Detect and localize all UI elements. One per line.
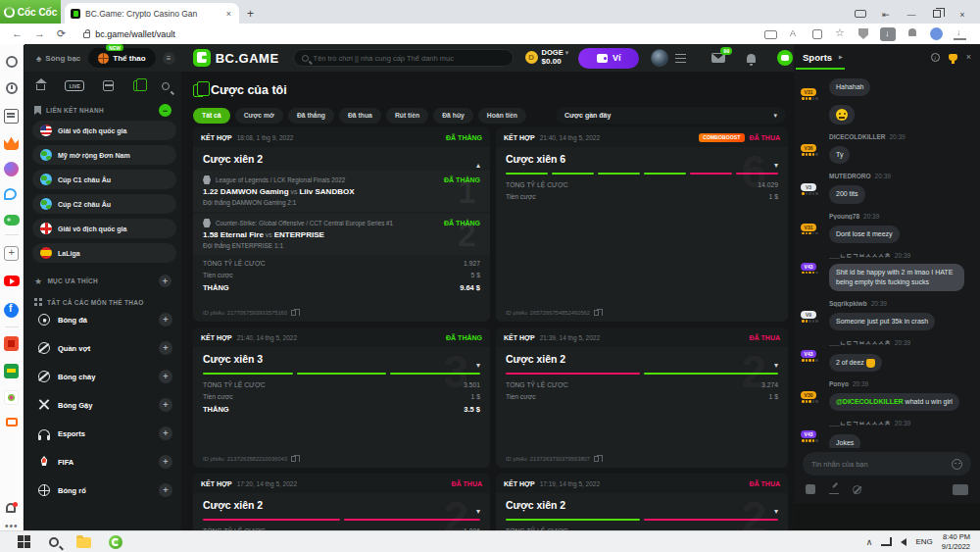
chevron-icon[interactable]: ▾ xyxy=(774,507,778,516)
filter-pill[interactable]: Đã thua xyxy=(339,108,381,124)
clock[interactable]: 8:40 PM9/1/2022 xyxy=(942,532,970,551)
bell-icon[interactable] xyxy=(6,503,16,513)
chevron-icon[interactable]: ▾ xyxy=(476,361,480,370)
active-download-icon[interactable] xyxy=(880,27,896,41)
bet-title-row[interactable]: Cược xiên 33▾ xyxy=(193,347,490,369)
keyboard-icon[interactable] xyxy=(953,484,968,495)
casino-tab[interactable]: ♠ Sòng bạc xyxy=(36,53,80,64)
bcgame-logo[interactable]: BC.GAME xyxy=(193,49,279,67)
rules-icon[interactable] xyxy=(853,485,861,494)
chat-room-selector[interactable]: Sports xyxy=(803,52,832,63)
back-button[interactable]: ← xyxy=(12,27,23,40)
pin-window-icon[interactable]: ⇤ xyxy=(880,10,892,20)
chat-info-icon[interactable]: i xyxy=(931,53,940,62)
taskbar-search-icon[interactable] xyxy=(49,537,59,547)
adblock-shield-icon[interactable] xyxy=(858,28,868,39)
facebook-icon[interactable] xyxy=(4,303,19,318)
language-indicator[interactable]: ENG xyxy=(915,537,932,546)
browser-profile-avatar[interactable] xyxy=(930,27,943,40)
reload-button[interactable]: ⟳ xyxy=(57,27,66,40)
network-icon[interactable] xyxy=(881,537,892,546)
copy-icon[interactable] xyxy=(291,310,296,316)
downloads-tray-icon[interactable] xyxy=(954,27,966,40)
emoji-picker-icon[interactable] xyxy=(952,459,962,470)
youtube-icon[interactable] xyxy=(4,276,20,286)
filter-pill[interactable]: Đã thắng xyxy=(288,108,334,124)
mail-icon[interactable]: 99 xyxy=(711,53,725,63)
close-button[interactable]: × xyxy=(956,10,968,20)
tab-close-icon[interactable]: × xyxy=(224,9,233,19)
add-favorite-button[interactable]: + xyxy=(159,275,172,287)
history-icon[interactable] xyxy=(6,82,18,94)
messenger-icon[interactable] xyxy=(4,162,19,176)
tab-search-icon[interactable] xyxy=(855,10,866,20)
chat-toggle-icon[interactable] xyxy=(777,50,793,66)
share-icon[interactable] xyxy=(812,29,822,39)
expand-sport-button[interactable]: + xyxy=(159,427,172,440)
wallet-button[interactable]: Ví xyxy=(578,48,639,69)
start-button[interactable] xyxy=(18,535,31,549)
filter-pill[interactable]: Đã hủy xyxy=(433,108,473,124)
chat-close-icon[interactable]: × xyxy=(966,52,971,62)
expand-sport-button[interactable]: + xyxy=(159,341,172,355)
expand-sport-button[interactable]: + xyxy=(159,455,172,469)
sidebar-item-sport[interactable]: Bóng Gậy+ xyxy=(32,395,176,415)
sidebar-item-quicklink[interactable]: Cúp C1 châu Âu xyxy=(32,170,176,189)
minimize-button[interactable]: — xyxy=(906,10,917,20)
chevron-icon[interactable]: ▾ xyxy=(774,361,778,370)
chevron-icon[interactable]: ▾ xyxy=(774,161,778,170)
filter-pill[interactable]: Hoàn tiền xyxy=(478,108,526,124)
cocchat-icon[interactable] xyxy=(4,188,17,200)
filter-pill[interactable]: Cược mở xyxy=(235,108,283,124)
install-app-icon[interactable] xyxy=(764,30,777,39)
bet-title-row[interactable]: Cược xiên 22▾ xyxy=(496,493,788,515)
chat-input[interactable]: Tin nhắn của bạn xyxy=(803,452,971,476)
feed-icon[interactable] xyxy=(4,109,19,124)
copy-icon[interactable] xyxy=(594,310,599,316)
bet-title-row[interactable]: Cược xiên 22▾ xyxy=(496,347,788,369)
notifications-icon[interactable] xyxy=(906,27,919,40)
browser-tab[interactable]: BC.Game: Crypto Casino Gan × xyxy=(65,3,239,24)
copy-icon[interactable] xyxy=(594,456,599,462)
games-icon[interactable] xyxy=(4,215,20,226)
filter-pill[interactable]: Rút tiền xyxy=(386,108,428,124)
crown-icon[interactable] xyxy=(4,135,19,150)
url-field[interactable]: bc.game/wallet/vault xyxy=(75,26,624,41)
collapse-quick-links-button[interactable]: − xyxy=(159,104,172,117)
home-icon[interactable] xyxy=(36,84,45,90)
expand-sport-button[interactable]: + xyxy=(159,483,172,497)
sidebar-item-sport[interactable]: FIFA+ xyxy=(32,452,176,472)
bet-title-row[interactable]: Cược xiên 2▴ xyxy=(193,147,490,169)
bookmark-star-icon[interactable] xyxy=(834,27,847,40)
sidebar-item-quicklink[interactable]: Giải vô địch quốc gia xyxy=(32,219,176,238)
coccoc-taskbar-icon[interactable] xyxy=(109,535,122,549)
sidebar-item-sport[interactable]: Quần vợt+ xyxy=(32,338,176,358)
copy-icon[interactable] xyxy=(291,456,296,462)
sidebar-item-quicklink[interactable]: Mỹ mở rộng Đơn Nam xyxy=(32,145,176,165)
shopee-icon[interactable] xyxy=(4,336,19,351)
my-bets-icon[interactable] xyxy=(133,80,142,91)
pen-icon[interactable] xyxy=(829,484,839,494)
user-avatar[interactable] xyxy=(651,49,668,67)
forward-button[interactable]: → xyxy=(34,27,45,40)
bet-title-row[interactable]: Cược xiên 22▾ xyxy=(193,493,490,515)
sidebar-item-sport[interactable]: Esports+ xyxy=(32,424,176,443)
tray-expand-icon[interactable]: ∧ xyxy=(866,537,873,547)
calendar-icon[interactable] xyxy=(103,80,114,91)
new-tab-button[interactable]: + xyxy=(247,7,254,21)
betslip-list-icon[interactable] xyxy=(675,54,686,63)
expand-sport-button[interactable]: + xyxy=(159,313,172,326)
mention-link[interactable]: @DICECOLDKILLER xyxy=(836,398,904,405)
bet-title-row[interactable]: Cược xiên 66▾ xyxy=(496,147,788,169)
restore-button[interactable] xyxy=(931,10,943,20)
dice-icon[interactable] xyxy=(806,484,815,494)
cart-icon[interactable] xyxy=(6,418,18,427)
volume-icon[interactable] xyxy=(901,538,906,546)
sidebar-item-sport[interactable]: Bóng rổ+ xyxy=(32,480,176,500)
sidebar-item-sport[interactable]: Bóng chày+ xyxy=(32,367,176,386)
lucky-icon[interactable] xyxy=(4,364,19,378)
flower-icon[interactable] xyxy=(4,390,19,405)
chevron-icon[interactable]: ▾ xyxy=(476,507,480,516)
search-input[interactable]: Tên trò chơi || nhà cung cấp Thể danh mụ… xyxy=(293,49,514,67)
file-explorer-icon[interactable] xyxy=(76,537,91,548)
